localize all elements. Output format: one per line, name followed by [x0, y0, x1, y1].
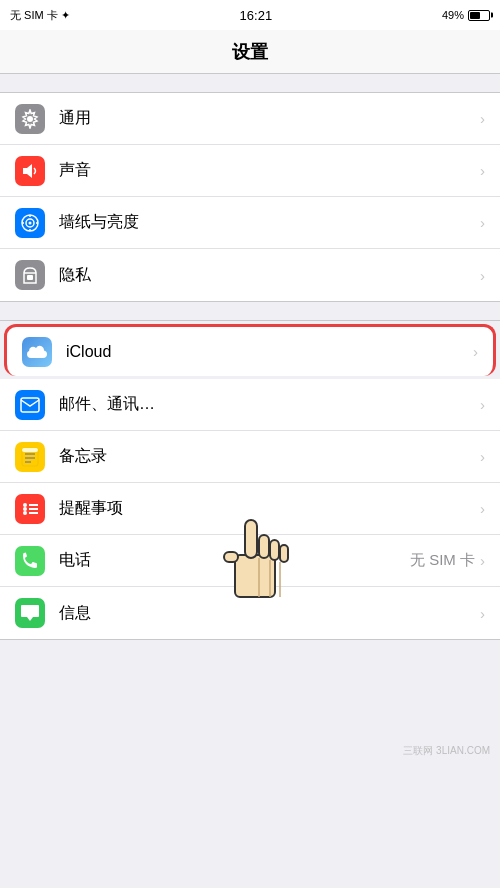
page-title: 设置	[232, 40, 268, 64]
mail-label: 邮件、通讯…	[59, 394, 480, 415]
settings-item-sound[interactable]: 声音 ›	[0, 145, 500, 197]
icloud-label: iCloud	[66, 343, 473, 361]
privacy-icon	[15, 260, 45, 290]
status-time: 16:21	[240, 8, 273, 23]
icloud-chevron: ›	[473, 343, 478, 360]
status-carrier: 无 SIM 卡 ✦	[10, 8, 70, 23]
settings-group-1: 通用 › 声音 › 墙纸与亮度 ›	[0, 92, 500, 302]
watermark: 三联网 3LIAN.COM	[403, 744, 490, 758]
messages-icon	[15, 598, 45, 628]
phone-value: 无 SIM 卡	[410, 551, 475, 570]
svg-point-14	[23, 507, 27, 511]
settings-item-phone[interactable]: 电话 无 SIM 卡 ›	[0, 535, 500, 587]
phone-label: 电话	[59, 550, 410, 571]
settings-item-icloud[interactable]: iCloud ›	[4, 324, 496, 376]
section-gap-1	[0, 74, 500, 92]
reminders-label: 提醒事项	[59, 498, 480, 519]
reminders-icon	[15, 494, 45, 524]
wallpaper-chevron: ›	[480, 214, 485, 231]
settings-item-notes[interactable]: 备忘录 ›	[0, 431, 500, 483]
messages-chevron: ›	[480, 605, 485, 622]
settings-item-general[interactable]: 通用 ›	[0, 93, 500, 145]
svg-rect-5	[27, 275, 33, 280]
status-right: 49%	[442, 9, 490, 21]
svg-rect-6	[21, 398, 39, 412]
svg-point-0	[27, 116, 33, 122]
privacy-label: 隐私	[59, 265, 480, 286]
phone-chevron: ›	[480, 552, 485, 569]
general-icon	[15, 104, 45, 134]
wallpaper-icon	[15, 208, 45, 238]
page-title-bar: 设置	[0, 30, 500, 74]
svg-point-12	[23, 503, 27, 507]
messages-label: 信息	[59, 603, 480, 624]
wallpaper-label: 墙纸与亮度	[59, 212, 480, 233]
settings-item-reminders[interactable]: 提醒事项 ›	[0, 483, 500, 535]
phone-icon	[15, 546, 45, 576]
settings-item-mail[interactable]: 邮件、通讯… ›	[0, 379, 500, 431]
notes-label: 备忘录	[59, 446, 480, 467]
general-label: 通用	[59, 108, 480, 129]
notes-chevron: ›	[480, 448, 485, 465]
icloud-icon	[22, 337, 52, 367]
sound-label: 声音	[59, 160, 480, 181]
svg-rect-11	[22, 448, 38, 452]
svg-marker-1	[23, 164, 32, 178]
reminders-chevron: ›	[480, 500, 485, 517]
status-bar: 无 SIM 卡 ✦ 16:21 49%	[0, 0, 500, 30]
sound-icon	[15, 156, 45, 186]
privacy-chevron: ›	[480, 267, 485, 284]
section-gap-2	[0, 302, 500, 320]
general-chevron: ›	[480, 110, 485, 127]
battery-percent: 49%	[442, 9, 464, 21]
battery-icon	[468, 10, 490, 21]
svg-point-4	[29, 221, 32, 224]
sound-chevron: ›	[480, 162, 485, 179]
settings-group-2: iCloud › 邮件、通讯… › 备忘录 ›	[0, 320, 500, 640]
settings-item-privacy[interactable]: 隐私 ›	[0, 249, 500, 301]
notes-icon	[15, 442, 45, 472]
svg-point-16	[23, 511, 27, 515]
settings-item-wallpaper[interactable]: 墙纸与亮度 ›	[0, 197, 500, 249]
mail-icon	[15, 390, 45, 420]
settings-item-messages[interactable]: 信息 ›	[0, 587, 500, 639]
mail-chevron: ›	[480, 396, 485, 413]
